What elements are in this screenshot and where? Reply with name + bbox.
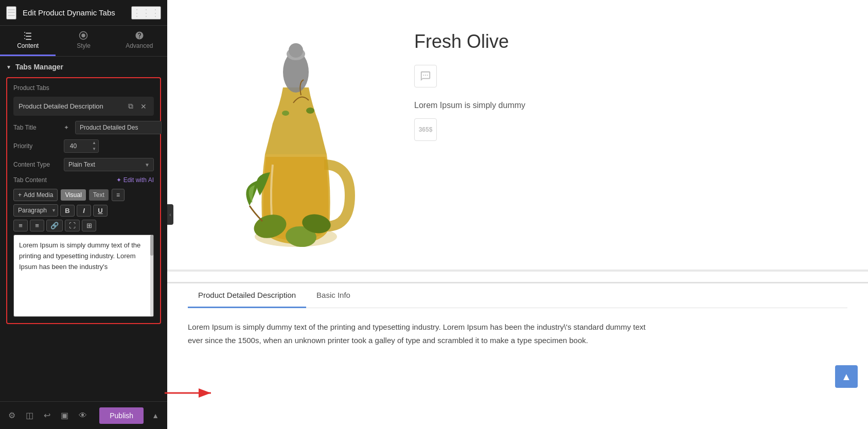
underline-button[interactable]: U <box>93 205 108 217</box>
tab-content[interactable]: Content <box>0 26 56 56</box>
layers-bottom-button[interactable]: ◫ <box>24 408 36 422</box>
duplicate-tab-button[interactable]: ⧉ <box>126 101 135 112</box>
svg-point-11 <box>306 108 314 114</box>
close-tab-button[interactable]: ✕ <box>138 101 149 112</box>
tab-nav-description[interactable]: Product Detailed Description <box>188 283 306 308</box>
tab-content-label: Content <box>17 42 39 49</box>
panel-bottom-bar: ⚙ ◫ ↩ ▣ 👁 Publish ▲ <box>0 401 167 429</box>
grid-button[interactable]: ⋮⋮⋮ <box>131 6 161 20</box>
chevron-up-button[interactable]: ▲ <box>150 409 161 422</box>
unordered-list-button[interactable]: ≡ <box>13 220 28 231</box>
link-button[interactable]: 🔗 <box>46 220 63 231</box>
tab-item-actions: ⧉ ✕ <box>126 101 149 112</box>
table-button[interactable]: ⊞ <box>82 220 96 231</box>
main-content: Fresh Olive Lorem Ipsum is simply dummy … <box>167 0 868 429</box>
tab-item-name: Product Detailed Description <box>19 102 103 110</box>
content-type-select[interactable]: Plain Text Custom Template <box>64 158 154 171</box>
product-image-svg <box>198 10 394 257</box>
priority-input[interactable] <box>64 140 90 152</box>
editor-text: Lorem Ipsum is simply dummy text of the … <box>19 241 140 271</box>
price-icon-label: 365$ <box>419 126 433 133</box>
scroll-to-top-button[interactable]: ▲ <box>835 365 858 388</box>
paragraph-select[interactable]: Paragraph Heading 1 Heading 2 Heading 3 <box>13 204 58 217</box>
italic-button[interactable]: I <box>77 205 91 217</box>
priority-down-button[interactable]: ▼ <box>90 146 98 152</box>
content-type-select-wrapper: Plain Text Custom Template ▼ <box>64 158 154 171</box>
editor-scrollbar-thumb <box>150 235 153 256</box>
edit-with-ai-button[interactable]: ✦ Edit with AI <box>116 176 154 184</box>
section-arrow: ▼ <box>6 64 11 70</box>
fullscreen-button[interactable]: ⛶ <box>65 220 80 231</box>
editor-toolbar-row3: ≡ ≡ 🔗 ⛶ ⊞ <box>13 220 154 231</box>
widget-icon-chat[interactable] <box>414 65 437 87</box>
product-tabs-label: Product Tabs <box>13 84 154 92</box>
ordered-list-button[interactable]: ≡ <box>30 220 44 231</box>
add-media-icon: + <box>18 191 22 199</box>
num-arrows: ▲ ▼ <box>90 140 98 152</box>
tab-content-paragraph: Lorem Ipsum is simply dummy text of the … <box>188 320 651 347</box>
text-view-button[interactable]: Text <box>89 189 109 201</box>
responsive-bottom-button[interactable]: ▣ <box>59 408 70 422</box>
widget-icon-price[interactable]: 365$ <box>414 118 437 141</box>
tab-item: Product Detailed Description ⧉ ✕ <box>13 97 154 116</box>
add-media-label: Add Media <box>24 191 53 199</box>
panel-title: Edit Product Dynamic Tabs <box>23 8 131 17</box>
edit-with-ai-label: Edit with AI <box>123 176 154 184</box>
tab-content-row: Tab Content ✦ Edit with AI <box>13 176 154 184</box>
add-media-button[interactable]: + Add Media <box>13 189 58 201</box>
settings-bottom-button[interactable]: ⚙ <box>6 408 17 422</box>
tab-nav-basic-info[interactable]: Basic Info <box>306 283 361 308</box>
ai-star-icon: ✦ <box>116 176 121 184</box>
panel-header: ☰ Edit Product Dynamic Tabs ⋮⋮⋮ <box>0 0 167 26</box>
section-title: Tabs Manager <box>15 63 63 71</box>
product-tabs-area: Product Detailed Description Basic Info … <box>167 282 868 359</box>
svg-point-0 <box>82 33 86 38</box>
section-header: ▼ Tabs Manager <box>6 63 161 71</box>
editor-scrollbar[interactable] <box>150 235 153 316</box>
panel-section: ▼ Tabs Manager Product Tabs Product Deta… <box>0 57 167 401</box>
left-panel: ☰ Edit Product Dynamic Tabs ⋮⋮⋮ Content … <box>0 0 167 429</box>
tab-advanced[interactable]: Advanced <box>112 26 167 56</box>
priority-label: Priority <box>13 142 60 150</box>
bold-button[interactable]: B <box>60 205 75 217</box>
collapse-panel-handle[interactable]: ‹ <box>167 204 173 225</box>
section-divider <box>167 270 868 272</box>
tabs-nav: Product Detailed Description Basic Info <box>188 283 847 308</box>
editor-toolbar-row2: Paragraph Heading 1 Heading 2 Heading 3 … <box>13 204 154 217</box>
editor-toolbar-row1: + Add Media Visual Text ≡ <box>13 189 154 201</box>
content-type-label: Content Type <box>13 161 60 168</box>
product-info: Fresh Olive Lorem Ipsum is simply dummy … <box>394 10 837 259</box>
tab-title-label: Tab Title <box>13 124 60 131</box>
history-bottom-button[interactable]: ↩ <box>42 408 52 422</box>
editor-content-area[interactable]: Lorem Ipsum is simply dummy text of the … <box>13 235 154 317</box>
product-image-container <box>198 10 394 259</box>
publish-button[interactable]: Publish <box>99 407 144 424</box>
product-layout: Fresh Olive Lorem Ipsum is simply dummy … <box>167 0 868 259</box>
tab-title-input[interactable] <box>75 121 162 134</box>
tab-title-row: Tab Title ✦ <box>13 121 154 134</box>
widget-icons-row <box>414 65 837 93</box>
svg-point-7 <box>289 43 303 58</box>
tab-style[interactable]: Style <box>56 26 111 56</box>
hamburger-button[interactable]: ☰ <box>6 6 16 20</box>
priority-up-button[interactable]: ▲ <box>90 140 98 146</box>
tab-content-display: Lorem Ipsum is simply dummy text of the … <box>188 308 847 359</box>
product-name: Fresh Olive <box>414 31 837 52</box>
priority-input-wrapper: ▲ ▼ <box>64 139 99 153</box>
tab-content-label: Tab Content <box>13 176 116 184</box>
eye-bottom-button[interactable]: 👁 <box>77 409 89 422</box>
product-tabs-box: Product Tabs Product Detailed Descriptio… <box>6 77 161 324</box>
product-description: Lorem Ipsum is simply dummy <box>414 101 837 110</box>
panel-tabs: Content Style Advanced <box>0 26 167 57</box>
move-icon: ✦ <box>64 124 69 131</box>
priority-row: Priority ▲ ▼ <box>13 139 154 153</box>
visual-view-button[interactable]: Visual <box>61 189 85 201</box>
svg-point-12 <box>282 111 289 116</box>
content-type-row: Content Type Plain Text Custom Template … <box>13 158 154 171</box>
paragraph-select-wrapper: Paragraph Heading 1 Heading 2 Heading 3 … <box>13 204 58 217</box>
toolbar-extra-button[interactable]: ≡ <box>112 189 125 201</box>
tab-style-label: Style <box>77 42 91 49</box>
tab-advanced-label: Advanced <box>126 42 153 49</box>
